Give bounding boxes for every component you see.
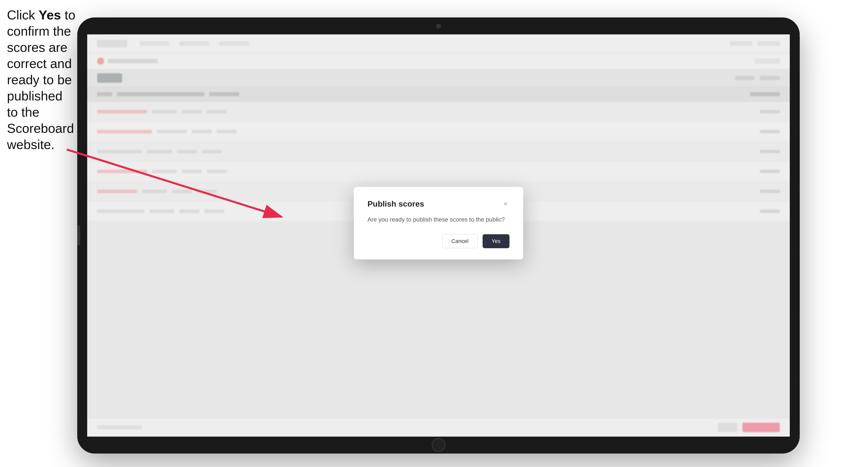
publish-scores-dialog: Publish scores × Are you ready to publis… <box>354 187 523 259</box>
instruction-text: Click Yes to confirm the scores are corr… <box>7 7 77 153</box>
tablet-home-button <box>432 438 445 452</box>
tablet-screen: Publish scores × Are you ready to publis… <box>87 34 790 437</box>
cancel-button[interactable]: Cancel <box>442 234 477 248</box>
tablet-camera-dot <box>436 24 441 29</box>
instruction-bold: Yes <box>39 8 61 22</box>
instruction-suffix: to confirm the scores are correct and re… <box>7 8 75 152</box>
close-icon[interactable]: × <box>501 200 509 208</box>
tablet-top-bar <box>77 18 800 35</box>
tablet-side-button <box>77 225 80 246</box>
tablet-device: Publish scores × Are you ready to publis… <box>77 18 800 454</box>
tablet-bottom-bar <box>77 436 800 454</box>
instruction-prefix: Click <box>7 8 39 22</box>
dialog-backdrop: Publish scores × Are you ready to publis… <box>87 34 790 437</box>
dialog-header: Publish scores × <box>368 199 509 209</box>
dialog-body-text: Are you ready to publish these scores to… <box>368 216 509 223</box>
app-content: Publish scores × Are you ready to publis… <box>87 34 790 437</box>
yes-button[interactable]: Yes <box>483 234 509 248</box>
dialog-title: Publish scores <box>368 199 424 209</box>
dialog-footer: Cancel Yes <box>368 234 509 248</box>
